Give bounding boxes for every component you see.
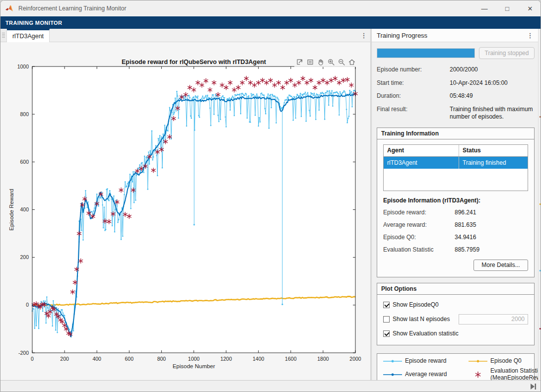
episode-reward-chart[interactable]: 0200400600800100012001400160018002000-20… — [0, 42, 370, 380]
last-n-episodes-input[interactable] — [459, 314, 528, 325]
right-scroll-gutter[interactable] — [538, 29, 541, 380]
legend-item-episode-q0: Episode Q0 — [468, 358, 538, 365]
svg-text:400: 400 — [92, 356, 101, 362]
episode-info-title: Episode Information (rlTD3Agent): — [383, 197, 528, 204]
field-average-reward: Average reward: 881.635 — [383, 221, 528, 228]
svg-text:1000: 1000 — [17, 64, 29, 69]
svg-text:600: 600 — [125, 356, 134, 362]
svg-text:2000: 2000 — [349, 356, 361, 362]
table-empty-area — [384, 169, 528, 191]
maximize-button[interactable]: □ — [496, 0, 519, 16]
svg-text:200: 200 — [60, 356, 69, 362]
export-icon[interactable] — [295, 58, 304, 66]
zoom-in-icon[interactable] — [327, 58, 336, 66]
svg-text:1000: 1000 — [188, 356, 200, 362]
axes-toolbar — [294, 57, 357, 67]
show-last-n-checkbox[interactable] — [383, 316, 390, 323]
restore-view-icon[interactable] — [347, 58, 356, 66]
agent-status-table: Agent Status rlTD3Agent Training finishe… — [383, 144, 528, 191]
matlab-logo-icon — [5, 4, 14, 12]
training-plot[interactable]: 0200400600800100012001400160018002000-20… — [0, 42, 370, 382]
y-axis-label: Episode Reward — [8, 189, 14, 230]
table-header-row: Agent Status — [384, 145, 528, 157]
pane-title: Training Progress — [377, 32, 427, 39]
pane-menu-icon[interactable]: ⋮ — [526, 32, 534, 39]
minimize-button[interactable]: — — [473, 0, 496, 16]
section-title: Training Information — [377, 128, 534, 139]
svg-text:400: 400 — [20, 206, 29, 212]
table-row[interactable]: rlTD3Agent Training finished — [384, 157, 528, 169]
section-title: Plot Options — [377, 283, 534, 295]
svg-text:1800: 1800 — [317, 356, 329, 362]
tab-overflow-menu-icon[interactable]: ⋮ — [357, 29, 370, 42]
episode-reward-marker-icon — [382, 358, 403, 365]
statusbar — [0, 380, 541, 392]
field-episode-reward: Episode reward: 896.241 — [383, 209, 528, 216]
titlebar: Reinforcement Learning Training Monitor … — [0, 0, 541, 16]
close-button[interactable]: ✕ — [519, 0, 541, 16]
svg-text:800: 800 — [20, 111, 29, 117]
svg-text:1600: 1600 — [285, 356, 297, 362]
svg-text:800: 800 — [157, 356, 166, 362]
average-reward-marker-icon — [382, 371, 403, 378]
training-information-section: Training Information Agent Status rlTD3A… — [377, 128, 535, 277]
show-evaluation-checkbox[interactable] — [383, 330, 390, 337]
svg-text:1200: 1200 — [220, 356, 232, 362]
evaluation-statistic-marker-icon — [468, 371, 488, 378]
svg-text:600: 600 — [20, 159, 29, 165]
toolstrip: TRAINING MONITOR — [0, 16, 541, 29]
field-duration: Duration: 05:48:49 — [377, 92, 535, 100]
x-axis-label: Episode Number — [173, 363, 215, 369]
document-tabbar: rlTD3Agent ⋮ — [0, 29, 370, 42]
svg-text:200: 200 — [20, 254, 29, 260]
pane-header: Training Progress ⋮ — [372, 29, 538, 42]
chart-title: Episode reward for rlQubeServo with rlTD… — [122, 59, 267, 65]
legend-item-episode-reward: Episode reward — [382, 358, 468, 365]
training-progress-pane: Training Progress ⋮ Training stopped Epi… — [372, 29, 538, 380]
svg-text:-200: -200 — [18, 350, 29, 356]
window-title: Reinforcement Learning Training Monitor — [18, 5, 126, 12]
show-episodeq0-checkbox[interactable] — [383, 302, 390, 308]
progress-bar-fill — [377, 49, 474, 58]
field-evaluation-statistic: Evaluation Statistic 885.7959 — [383, 246, 528, 253]
option-show-evaluation: Show Evaluation statistic — [383, 327, 528, 341]
progress-bar — [377, 48, 475, 58]
chart-legend: Episode reward Episode Q0 Average reward… — [377, 353, 535, 380]
pan-icon[interactable] — [316, 58, 325, 66]
more-details-button[interactable]: More Details... — [473, 260, 528, 271]
episode-q0-marker-icon — [468, 358, 488, 365]
field-episode-q0: Episode Q0: 34.9416 — [383, 234, 528, 241]
legend-item-average-reward: Average reward — [382, 368, 468, 380]
datatips-icon[interactable] — [306, 58, 315, 66]
zoom-out-icon[interactable] — [337, 58, 346, 66]
toolstrip-tab-training-monitor[interactable]: TRAINING MONITOR — [5, 20, 62, 26]
option-show-last-n: Show last N episodes — [383, 312, 528, 327]
skip-to-end-icon[interactable] — [529, 383, 538, 391]
svg-text:1400: 1400 — [253, 356, 265, 362]
svg-text:0: 0 — [26, 302, 29, 308]
app-window: Reinforcement Learning Training Monitor … — [0, 0, 541, 392]
tab-rltd3agent[interactable]: rlTD3Agent — [7, 29, 50, 42]
option-show-episodeq0: Show EpisodeQ0 — [383, 298, 528, 312]
figure-area[interactable]: 0200400600800100012001400160018002000-20… — [0, 42, 370, 380]
field-episode-number: Episode number: 2000/2000 — [377, 66, 535, 74]
field-final-result: Final result: Training finished with max… — [377, 106, 535, 121]
plot-options-section: Plot Options Show EpisodeQ0 Show last N … — [377, 283, 535, 345]
svg-text:0: 0 — [31, 356, 34, 362]
field-start-time: Start time: 10-Apr-2024 16:05:00 — [377, 79, 535, 87]
legend-item-evaluation-statistic: Evaluation Statistic(MeanEpisodeReward) — [468, 368, 538, 380]
tab-drag-grip[interactable] — [0, 29, 7, 42]
training-stopped-button[interactable]: Training stopped — [479, 47, 535, 59]
